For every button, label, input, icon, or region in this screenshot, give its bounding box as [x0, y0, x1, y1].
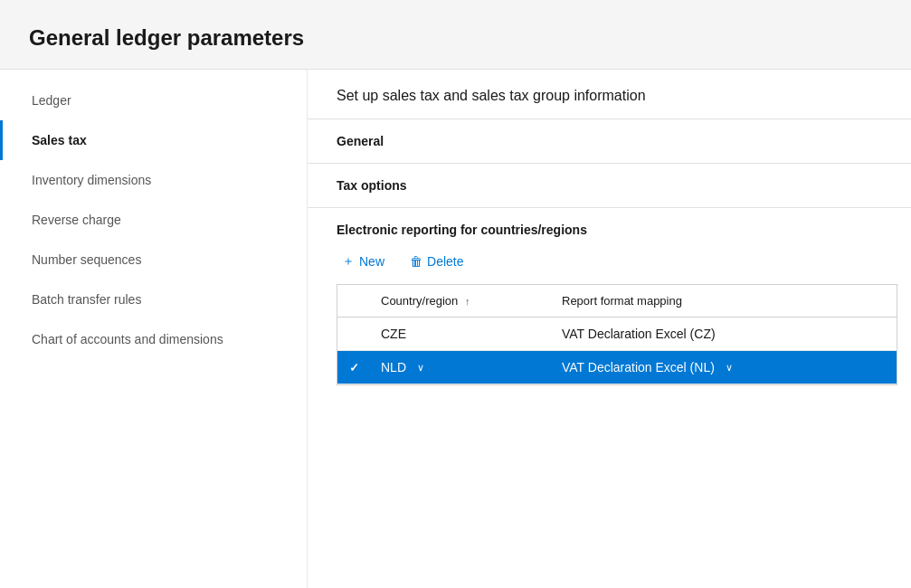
content-area: Ledger Sales tax Inventory dimensions Re…	[0, 69, 911, 588]
country-cell-nld: NLD ∨	[381, 360, 540, 375]
reporting-section-title: Electronic reporting for countries/regio…	[337, 223, 882, 237]
report-cell-nld: VAT Declaration Excel (NL) ∨	[562, 360, 886, 375]
table-row-selected[interactable]: ✓ NLD ∨ VAT Dec	[337, 351, 897, 384]
checkmark-icon: ✓	[349, 361, 359, 375]
table-row[interactable]: CZE VAT Declaration Excel (CZ)	[337, 318, 897, 351]
reporting-table-container: Country/region ↑ Report format mapping	[337, 284, 897, 385]
section-description-text: Set up sales tax and sales tax group inf…	[337, 88, 882, 104]
col-header-country[interactable]: Country/region ↑	[370, 285, 551, 318]
col-header-report: Report format mapping	[551, 285, 897, 318]
report-dropdown-icon[interactable]: ∨	[726, 362, 733, 374]
new-button[interactable]: ＋ New	[337, 250, 390, 273]
electronic-reporting-section: Electronic reporting for countries/regio…	[308, 208, 911, 400]
tax-options-section: Tax options	[308, 164, 911, 208]
sidebar-item-batch-transfer-rules[interactable]: Batch transfer rules	[0, 280, 307, 319]
row-country-cze: CZE	[370, 318, 551, 351]
row-report-cze: VAT Declaration Excel (CZ)	[551, 318, 897, 351]
page-header: General ledger parameters	[0, 0, 911, 69]
reporting-toolbar: ＋ New 🗑 Delete	[337, 250, 882, 273]
country-dropdown-icon[interactable]: ∨	[417, 362, 424, 374]
col-header-check	[337, 285, 370, 318]
page-title: General ledger parameters	[29, 25, 882, 51]
reporting-table: Country/region ↑ Report format mapping	[337, 285, 897, 384]
general-section: General	[308, 119, 911, 164]
general-title: General	[337, 134, 882, 148]
delete-button[interactable]: 🗑 Delete	[404, 251, 469, 272]
new-button-label: New	[359, 254, 384, 269]
row-check-nld: ✓	[337, 351, 370, 384]
plus-icon: ＋	[342, 253, 355, 270]
row-check-cze	[337, 318, 370, 351]
row-country-nld: NLD ∨	[370, 351, 551, 384]
tax-options-title: Tax options	[337, 178, 882, 193]
sidebar-item-sales-tax[interactable]: Sales tax	[0, 120, 307, 160]
delete-button-label: Delete	[427, 254, 463, 269]
page-container: General ledger parameters Ledger Sales t…	[0, 0, 911, 588]
trash-icon: 🗑	[410, 254, 422, 269]
row-report-nld: VAT Declaration Excel (NL) ∨	[551, 351, 897, 384]
table-header-row: Country/region ↑ Report format mapping	[337, 285, 897, 318]
sidebar-item-reverse-charge[interactable]: Reverse charge	[0, 200, 307, 240]
sidebar: Ledger Sales tax Inventory dimensions Re…	[0, 70, 308, 588]
sidebar-item-number-sequences[interactable]: Number sequences	[0, 240, 307, 280]
sidebar-item-chart-of-accounts[interactable]: Chart of accounts and dimensions	[0, 319, 307, 359]
sidebar-item-inventory-dimensions[interactable]: Inventory dimensions	[0, 160, 307, 200]
section-description-header: Set up sales tax and sales tax group inf…	[308, 70, 911, 119]
sidebar-item-ledger[interactable]: Ledger	[0, 81, 307, 120]
main-content: Set up sales tax and sales tax group inf…	[308, 70, 911, 588]
sort-icon: ↑	[465, 296, 470, 307]
